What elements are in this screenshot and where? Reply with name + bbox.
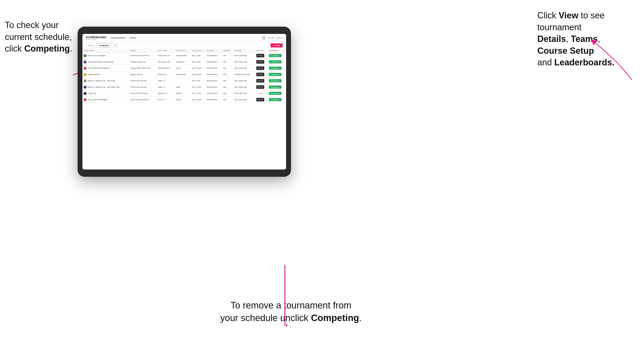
- event-name: Jackson T. Stephens Cup – Men's Match Pl…: [88, 86, 120, 88]
- team-logo: J: [84, 86, 86, 89]
- venue-cell: Trinity Forest Golf Club: [129, 78, 157, 84]
- col-start-date: START DATE: [191, 49, 206, 52]
- city-state-cell: Maricopa, AZ: [157, 90, 175, 97]
- event-name: John A. Burns Intercollegiate: [88, 99, 108, 101]
- venue-cell: Papago Golf Club: [129, 71, 157, 78]
- gender-cell: Men: [222, 97, 233, 103]
- competing-button[interactable]: Competing ✓: [269, 92, 282, 95]
- gender-cell: Men: [222, 90, 233, 97]
- col-event-name: EVENT NAME: [82, 49, 129, 52]
- event-name-cell: W 2023 Sahalee Players Championship: [82, 59, 129, 65]
- division-cell: NCAA Division I: [206, 97, 222, 103]
- competing-button[interactable]: Competing ✓: [269, 85, 282, 89]
- competing-cell: Competing ✓: [268, 59, 286, 65]
- start-date-cell: Oct 9, 2023: [191, 78, 206, 84]
- col-division: DIVISION: [206, 49, 222, 52]
- start-date-cell: Sep 4, 2023: [191, 52, 206, 59]
- hosted-by-cell: Hawaii: [175, 97, 191, 103]
- event-name-cell: I OFCC Fighting Illini Invitational: [82, 65, 129, 71]
- tablet-screen: SCOREBOARD Powered by clippi TOURNAMENTS…: [82, 34, 286, 170]
- annotation-bottom: To remove a tournament from your schedul…: [199, 299, 383, 324]
- nav-tournaments[interactable]: TOURNAMENTS: [110, 37, 126, 39]
- event-name: Papago Individual: [88, 74, 100, 75]
- user-name: Test User: [268, 37, 275, 39]
- view-button[interactable]: View ⓘ: [256, 60, 264, 64]
- start-date-cell: Sep 18, 2023: [191, 71, 206, 78]
- col-venue: VENUE: [129, 49, 157, 52]
- annotation-top-right: Click View to see tournament Details, Te…: [537, 10, 639, 68]
- view-button[interactable]: View ⓘ: [256, 98, 264, 101]
- division-cell: NCAA Division I: [206, 52, 222, 59]
- filter-bar: Home Competing All + Create: [82, 42, 286, 49]
- hosted-by-cell: Arizona: [175, 90, 191, 97]
- view-button[interactable]: View ⓘ: [256, 73, 264, 76]
- create-button[interactable]: + Create: [270, 43, 283, 47]
- competing-button[interactable]: Competing ✓: [269, 60, 282, 63]
- sign-out-link[interactable]: Sign out: [276, 37, 283, 39]
- venue-cell: American Dunes Golf Club: [129, 52, 157, 59]
- scoring-cell: team, Stroke Play: [233, 97, 255, 103]
- division-cell: NCAA Division I: [206, 84, 222, 90]
- competing-button[interactable]: Competing ✓: [269, 54, 282, 57]
- competing-cell: Competing ✓: [268, 78, 286, 84]
- col-gender: GENDER: [222, 49, 233, 52]
- gender-cell: Men: [222, 52, 233, 59]
- start-date-cell: Oct 11, 2023: [191, 84, 206, 90]
- scoreboard-brand: SCOREBOARD: [86, 36, 106, 39]
- table-body: M Folds of Honor Collegiate American Dun…: [82, 52, 286, 103]
- actions-cell: View ⓘ: [255, 84, 268, 90]
- view-button[interactable]: View ⓘ: [256, 54, 264, 57]
- hosted-by-cell: ABAC: [175, 84, 191, 90]
- filter-home-button[interactable]: Home: [86, 43, 96, 47]
- competing-button[interactable]: Competing ✓: [269, 73, 282, 76]
- event-name: Folds of Honor Collegiate: [88, 55, 105, 56]
- nav-teams[interactable]: TEAMS: [129, 37, 136, 39]
- scoring-cell: team, Stroke Play: [233, 52, 255, 59]
- city-state-cell: Grand Haven, MI: [157, 52, 175, 59]
- gender-cell: Men: [222, 84, 233, 90]
- table-row: Y Papago Individual Papago Golf ClubPhoe…: [82, 71, 286, 78]
- col-scoring: SCORING: [233, 49, 255, 52]
- competing-cell: Competing ✓: [268, 52, 286, 59]
- hosted-by-cell: Arizona State: [175, 71, 191, 78]
- gender-cell: Men: [222, 59, 233, 65]
- event-name-cell: J Jackson T. Stephens Cup – Stroke Play: [82, 78, 129, 84]
- team-logo: J: [84, 79, 86, 82]
- venue-cell: Trinity Forest Golf Club: [129, 84, 157, 90]
- start-date-cell: Sep 9, 2023: [191, 59, 206, 65]
- team-logo: A: [84, 92, 86, 95]
- competing-button[interactable]: Competing ✓: [269, 79, 282, 82]
- division-cell: NCAA Division I: [206, 71, 222, 78]
- city-state-cell: Dallas, TX: [157, 78, 175, 84]
- scoring-cell: team, Stroke Play: [233, 65, 255, 71]
- nav-user-area: Test User Sign out: [262, 36, 283, 40]
- nav-links: TOURNAMENTS TEAMS: [110, 37, 136, 39]
- edit-button[interactable]: ✏ Edit: [256, 92, 264, 95]
- competing-button[interactable]: Competing ✓: [269, 67, 282, 70]
- col-city-state: CITY, STATE: [157, 49, 175, 52]
- event-name-cell: H John A. Burns Intercollegiate: [82, 97, 129, 103]
- event-name-cell: Y Papago Individual: [82, 71, 129, 78]
- view-button[interactable]: View ⓘ: [256, 66, 264, 70]
- team-logo: I: [84, 67, 86, 70]
- filter-all-button[interactable]: All: [112, 43, 118, 47]
- event-name-cell: M Folds of Honor Collegiate: [82, 52, 129, 59]
- venue-cell: Ak-Chin Southern Dunes: [129, 90, 157, 97]
- col-actions: ACTIONS: [255, 49, 268, 52]
- start-date-cell: Feb 15, 2024: [191, 97, 206, 103]
- team-logo: W: [84, 60, 86, 63]
- hosted-by-cell: Illinois: [175, 65, 191, 71]
- view-button[interactable]: View ⓘ: [256, 85, 264, 89]
- hosted-by-cell: [175, 78, 191, 84]
- competing-cell: Competing ✓: [268, 90, 286, 97]
- table-row: M Folds of Honor Collegiate American Dun…: [82, 52, 286, 59]
- hosted-by-cell: Washington: [175, 59, 191, 65]
- actions-cell: View ⓘ: [255, 52, 268, 59]
- filter-competing-button[interactable]: Competing: [96, 43, 111, 47]
- competing-button[interactable]: Competing ✓: [269, 98, 282, 101]
- city-state-cell: Phoenix, AZ: [157, 71, 175, 78]
- city-state-cell: Sammamish, WA: [157, 59, 175, 65]
- scoring-cell: team, Stroke Play: [233, 78, 255, 84]
- event-name-cell: J Jackson T. Stephens Cup – Men's Match …: [82, 84, 129, 90]
- view-button[interactable]: View ⓘ: [256, 79, 264, 83]
